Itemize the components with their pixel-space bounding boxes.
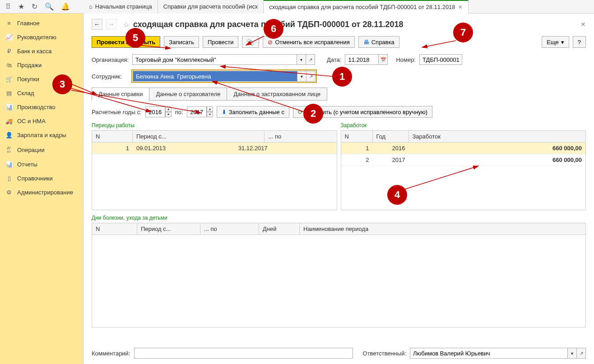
employee-label: Сотрудник: — [92, 73, 128, 80]
tab-references[interactable]: Справки для расчета пособий (исх — [158, 0, 264, 14]
bag-icon: 🛍 — [5, 62, 13, 69]
comment-input[interactable] — [134, 348, 353, 359]
write-button[interactable]: Записать — [164, 36, 199, 48]
table-row[interactable]: 1 2016 660 000,00 — [341, 143, 586, 154]
forward-button[interactable]: → — [106, 19, 117, 30]
open-icon[interactable]: ↗ — [306, 71, 316, 82]
person-icon: 👤 — [5, 132, 13, 138]
sidebar-label: Производство — [17, 104, 56, 111]
sidebar-item-operations[interactable]: ДтКтОперации — [0, 142, 83, 157]
more-button[interactable]: Еще ▾ — [542, 36, 569, 48]
table-row[interactable]: 1 09.01.2013 31.12.2017 — [92, 143, 337, 154]
spinner-down[interactable]: ▾ — [207, 112, 213, 117]
sidebar-item-main[interactable]: ≡Главное — [0, 16, 83, 30]
sidebar-label: Продажи — [17, 62, 42, 69]
sidebar-label: Руководителю — [17, 34, 56, 41]
table-row[interactable]: 2 2017 660 000,00 — [341, 154, 586, 166]
tab-reference-data[interactable]: Данные справки — [92, 88, 149, 101]
date-input[interactable] — [345, 54, 379, 65]
sick-days-label: Дни болезни, ухода за детьми — [92, 215, 586, 221]
search-icon[interactable]: 🔍 — [45, 2, 54, 11]
earnings-table[interactable]: N Год Заработок — [341, 130, 586, 143]
open-icon[interactable]: ↗ — [577, 348, 586, 359]
sidebar-item-bank[interactable]: ₽Банк и касса — [0, 44, 83, 58]
currency-icon: ₽ — [5, 48, 13, 55]
process-button[interactable]: Провести — [203, 36, 239, 48]
bell-icon[interactable]: 🔔 — [61, 2, 70, 11]
spinner-down[interactable]: ▾ — [165, 112, 172, 117]
sidebar-label: Справочники — [17, 175, 53, 182]
tab-insurer-data[interactable]: Данные о страхователе — [149, 88, 227, 101]
spinner-up[interactable]: ▴ — [207, 106, 213, 112]
responsible-input[interactable] — [410, 348, 568, 359]
sidebar-item-sales[interactable]: 🛍Продажи — [0, 58, 83, 72]
col-days: Дней — [259, 223, 300, 235]
sidebar-item-references[interactable]: ▯Справочники — [0, 171, 83, 185]
favorite-icon[interactable]: ☆ — [123, 20, 130, 29]
gear-icon: ⚙ — [5, 189, 13, 196]
menu-icon: ≡ — [5, 20, 13, 27]
book-icon: ▯ — [5, 175, 13, 182]
truck-icon: 🚚 — [5, 118, 13, 124]
periods-table[interactable]: N Период с... ... по — [92, 130, 337, 143]
save-close-button[interactable]: Провести и закрыть — [92, 36, 160, 48]
close-icon[interactable]: ✕ — [580, 21, 586, 28]
year-to-input[interactable] — [187, 106, 207, 117]
stack-icon: ▤ — [5, 90, 13, 97]
sidebar-item-assets[interactable]: 🚚ОС и НМА — [0, 114, 83, 128]
tab-label: Начальная страница — [95, 3, 152, 10]
tab-insured-data[interactable]: Данные о застрахованном лице — [227, 88, 327, 101]
sidebar-item-production[interactable]: 📊Производство — [0, 100, 83, 114]
report-button[interactable]: 🖶Справка — [358, 36, 399, 48]
cancel-icon: ⊘ — [268, 39, 273, 46]
col-from: Период с... — [133, 131, 265, 143]
open-icon[interactable]: ↗ — [306, 54, 315, 65]
tab-home[interactable]: ⌂ Начальная страница — [84, 0, 158, 14]
col-n: N — [92, 223, 137, 235]
org-input[interactable] — [132, 54, 297, 65]
tab-current-document[interactable]: сходящая справка для расчета пособий ТДБ… — [264, 0, 468, 14]
bars-icon: 📊 — [5, 104, 13, 111]
grid-icon[interactable]: ⠿ — [5, 2, 11, 11]
page-title: сходящая справка для расчета пособий ТДБ… — [133, 20, 577, 29]
sidebar-item-admin[interactable]: ⚙Администрирование — [0, 185, 83, 199]
sidebar-label: Главное — [17, 20, 40, 27]
dropdown-icon[interactable]: ▾ — [297, 54, 306, 65]
star-icon[interactable]: ★ — [18, 2, 24, 11]
date-label: Дата: — [327, 56, 341, 63]
sidebar-item-reports[interactable]: 📊Отчеты — [0, 157, 83, 171]
fill-data-button[interactable]: ⬇Заполнить данные с — [217, 106, 289, 118]
sick-days-table[interactable]: N Период с... ... по Дней Наименование п… — [92, 223, 586, 235]
org-label: Организация: — [92, 56, 129, 63]
col-n: N — [341, 131, 372, 143]
dropdown-icon[interactable]: ▾ — [297, 71, 306, 82]
dropdown-icon[interactable]: ▾ — [568, 348, 577, 359]
sidebar-item-salary[interactable]: 👤Зарплата и кадры — [0, 128, 83, 142]
sidebar-item-manager[interactable]: 📈Руководителю — [0, 30, 83, 44]
col-from: Период с... — [137, 223, 200, 235]
col-to: ... по — [265, 131, 337, 143]
cancel-fixes-button[interactable]: ⊘Отменить все исправления — [263, 36, 354, 48]
sidebar-item-warehouse[interactable]: ▤Склад — [0, 86, 83, 100]
periods-label: Периоды работы — [92, 122, 337, 129]
sidebar-label: Банк и касса — [17, 48, 52, 55]
number-input[interactable] — [419, 54, 462, 65]
number-label: Номер: — [396, 56, 416, 63]
refresh-button[interactable]: ⟳Обновить (с учетом исправленного вручну… — [293, 106, 432, 118]
year-from-input[interactable] — [145, 106, 165, 117]
sidebar-label: ОС и НМА — [17, 118, 46, 124]
sidebar-label: Покупки — [17, 76, 39, 83]
back-button[interactable]: ← — [92, 19, 102, 30]
attach-button[interactable]: 📎 — [242, 36, 259, 48]
close-icon[interactable]: ✕ — [458, 4, 463, 10]
help-button[interactable]: ? — [573, 36, 586, 48]
col-to: ... по — [200, 223, 259, 235]
sidebar-item-purchases[interactable]: 🛒Покупки — [0, 72, 83, 86]
paperclip-icon: 📎 — [247, 39, 254, 46]
print-icon: 🖶 — [363, 39, 369, 46]
employee-input[interactable] — [133, 71, 297, 82]
calendar-icon[interactable]: 📅 — [379, 54, 388, 65]
chart-icon: 📈 — [5, 34, 13, 41]
spinner-up[interactable]: ▴ — [165, 106, 172, 112]
history-icon[interactable]: ↻ — [32, 2, 37, 11]
